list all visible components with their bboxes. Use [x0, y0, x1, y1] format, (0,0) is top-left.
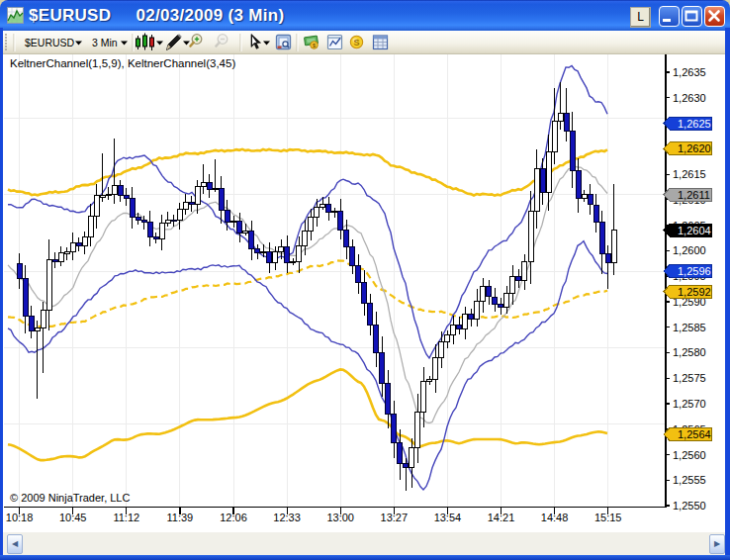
svg-text:1,2611: 1,2611: [678, 189, 710, 201]
svg-text:© 2009 NinjaTrader, LLC: © 2009 NinjaTrader, LLC: [10, 492, 130, 504]
svg-text:1,2615: 1,2615: [673, 168, 706, 180]
svg-text:1,2635: 1,2635: [673, 66, 706, 78]
svg-text:12:33: 12:33: [273, 512, 301, 523]
svg-text:15:15: 15:15: [594, 512, 622, 523]
svg-text:1,2550: 1,2550: [673, 500, 706, 512]
svg-text:1,2630: 1,2630: [673, 92, 706, 104]
svg-text:KeltnerChannel(1,5,9), Keltner: KeltnerChannel(1,5,9), KeltnerChannel(3,…: [10, 57, 235, 69]
svg-text:$: $: [313, 43, 316, 48]
svg-text:1,2555: 1,2555: [673, 474, 706, 486]
svg-text:12:06: 12:06: [220, 512, 247, 523]
svg-text:1,2560: 1,2560: [673, 449, 706, 461]
svg-text:1,2564: 1,2564: [678, 428, 711, 440]
svg-text:1,2580: 1,2580: [673, 346, 706, 358]
svg-text:1,2592: 1,2592: [678, 286, 711, 298]
svg-text:3 Min: 3 Min: [92, 37, 118, 48]
svg-text:13:27: 13:27: [381, 512, 409, 523]
svg-text:1,2600: 1,2600: [673, 244, 706, 256]
svg-text:$EURUSD: $EURUSD: [25, 37, 75, 48]
svg-text:S: S: [353, 38, 359, 47]
svg-text:1,2570: 1,2570: [673, 398, 706, 410]
svg-text:11:39: 11:39: [167, 512, 194, 523]
svg-text:1,2625: 1,2625: [678, 118, 711, 130]
svg-text:1,2620: 1,2620: [678, 142, 711, 154]
svg-text:13:54: 13:54: [434, 512, 462, 523]
svg-text:11:12: 11:12: [113, 512, 139, 523]
svg-text:1,2604: 1,2604: [678, 225, 711, 236]
svg-text:10:18: 10:18: [6, 512, 34, 523]
svg-text:1,2585: 1,2585: [673, 322, 706, 333]
svg-text:1,2596: 1,2596: [678, 265, 711, 277]
svg-text:14:21: 14:21: [488, 512, 515, 523]
svg-text:14:48: 14:48: [541, 512, 569, 523]
svg-text:1,2575: 1,2575: [673, 372, 706, 384]
svg-text:13:00: 13:00: [326, 512, 354, 523]
svg-text:10:45: 10:45: [59, 512, 87, 523]
